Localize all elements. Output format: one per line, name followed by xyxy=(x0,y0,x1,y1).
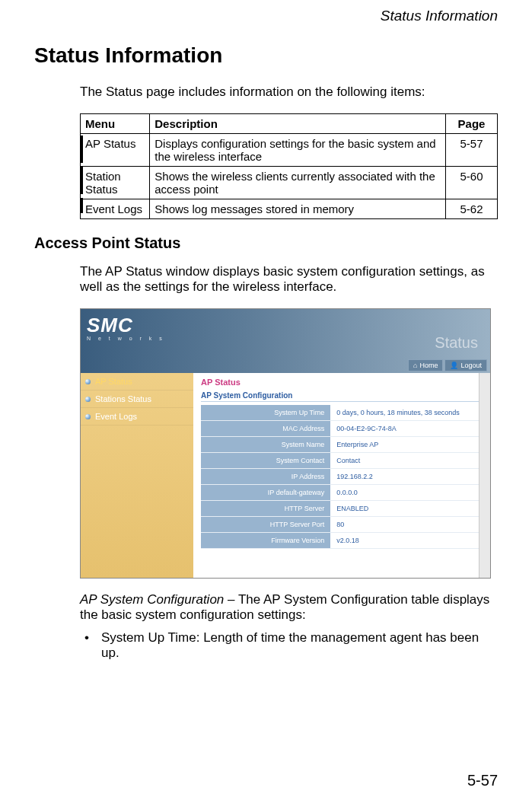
brand-subtext: N e t w o r k s xyxy=(87,336,484,341)
cfg-value: Contact xyxy=(330,453,483,469)
device-ui: SMC N e t w o r k s Status ⌂ Home 👤 Logo… xyxy=(80,308,491,579)
cfg-label: System Contact xyxy=(201,453,330,469)
banner-section-label: Status xyxy=(435,334,478,352)
cell-menu: Station Status xyxy=(81,167,150,199)
running-header: Status Information xyxy=(34,8,498,24)
cell-page: 5-57 xyxy=(446,134,498,167)
col-page: Page xyxy=(446,114,498,134)
cfg-value: v2.0.18 xyxy=(330,533,483,549)
cfg-label: System Up Time xyxy=(201,405,330,421)
sidebar-item-stations-status[interactable]: Stations Status xyxy=(81,391,193,408)
table-row: System NameEnterprise AP xyxy=(201,437,483,453)
cfg-label: HTTP Server xyxy=(201,501,330,517)
brand-logo: SMC xyxy=(87,314,484,337)
change-bar xyxy=(80,198,83,213)
cell-menu: Event Logs xyxy=(81,199,150,219)
cell-desc: Shows log messages stored in memory xyxy=(150,199,446,219)
cfg-label: MAC Address xyxy=(201,421,330,437)
home-icon: ⌂ xyxy=(413,362,417,369)
title-word: Status xyxy=(215,378,241,387)
cfg-label: IP default-gateway xyxy=(201,485,330,501)
cfg-value: 192.168.2.2 xyxy=(330,469,483,485)
table-row: Firmware Versionv2.0.18 xyxy=(201,533,483,549)
table-row: System Up Time0 days, 0 hours, 18 minute… xyxy=(201,405,483,421)
caption-term: AP System Configuration xyxy=(80,592,224,607)
ui-body: AP Status Stations Status Event Logs xyxy=(81,373,490,578)
table-header-row: Menu Description Page xyxy=(81,114,498,134)
cfg-value: 0.0.0.0 xyxy=(330,485,483,501)
ui-section-title: AP System Configuration xyxy=(201,390,483,402)
cell-page: 5-60 xyxy=(446,167,498,199)
cfg-label: System Name xyxy=(201,437,330,453)
logout-label: Logout xyxy=(460,362,482,369)
list-item: System Up Time: Length of time the manag… xyxy=(80,630,498,661)
title-prefix: AP xyxy=(201,378,215,387)
sidebar-item-ap-status[interactable]: AP Status xyxy=(81,373,193,391)
cfg-label: HTTP Server Port xyxy=(201,517,330,533)
sidebar-item-event-logs[interactable]: Event Logs xyxy=(81,408,193,426)
cell-desc: Displays configuration settings for the … xyxy=(150,134,446,167)
cell-menu: AP Status xyxy=(81,134,150,167)
cfg-label: IP Address xyxy=(201,469,330,485)
sidebar: AP Status Stations Status Event Logs xyxy=(81,373,193,578)
table-row: IP Address192.168.2.2 xyxy=(201,469,483,485)
change-bar xyxy=(80,135,83,163)
cell-desc: Shows the wireless clients currently ass… xyxy=(150,167,446,199)
change-bar xyxy=(80,167,83,194)
cfg-value: 0 days, 0 hours, 18 minutes, 38 seconds xyxy=(330,405,483,421)
ui-banner: SMC N e t w o r k s Status ⌂ Home 👤 Logo… xyxy=(81,309,490,373)
cfg-value: 00-04-E2-9C-74-8A xyxy=(330,421,483,437)
user-icon: 👤 xyxy=(450,362,458,369)
table-row: IP default-gateway0.0.0.0 xyxy=(201,485,483,501)
table-row: HTTP Server Port80 xyxy=(201,517,483,533)
screenshot: SMC N e t w o r k s Status ⌂ Home 👤 Logo… xyxy=(80,308,498,579)
intro-text: The Status page includes information on … xyxy=(80,84,498,100)
bullet-list: System Up Time: Length of time the manag… xyxy=(80,630,498,661)
cfg-value: 80 xyxy=(330,517,483,533)
config-table: System Up Time0 days, 0 hours, 18 minute… xyxy=(201,405,483,549)
bullet-icon xyxy=(85,414,91,419)
ui-main: AP Status AP System Configuration System… xyxy=(193,373,490,578)
scrollbar[interactable] xyxy=(479,373,490,578)
table-row: MAC Address00-04-E2-9C-74-8A xyxy=(201,421,483,437)
page-title: Status Information xyxy=(34,43,498,68)
col-description: Description xyxy=(150,114,446,134)
subsection-intro: The AP Status window displays basic syst… xyxy=(80,264,498,295)
ui-main-title: AP Status xyxy=(201,378,483,387)
bullet-icon xyxy=(85,379,91,384)
sidebar-item-label: Stations Status xyxy=(95,394,151,403)
cfg-value: Enterprise AP xyxy=(330,437,483,453)
home-button[interactable]: ⌂ Home xyxy=(408,359,443,371)
bullet-icon xyxy=(85,397,91,402)
table-row: System ContactContact xyxy=(201,453,483,469)
table-row: AP Status Displays configuration setting… xyxy=(81,134,498,167)
table-row: Event Logs Shows log messages stored in … xyxy=(81,199,498,219)
table-row: Station Status Shows the wireless client… xyxy=(81,167,498,199)
sidebar-item-label: Event Logs xyxy=(95,412,137,421)
col-menu: Menu xyxy=(81,114,150,134)
cfg-label: Firmware Version xyxy=(201,533,330,549)
home-label: Home xyxy=(419,362,438,369)
menu-description-table: Menu Description Page AP Status Displays… xyxy=(80,113,498,219)
page-number: 5-57 xyxy=(467,772,498,789)
cell-page: 5-62 xyxy=(446,199,498,219)
logout-button[interactable]: 👤 Logout xyxy=(444,359,487,371)
subsection-title: Access Point Status xyxy=(34,234,498,252)
sidebar-item-label: AP Status xyxy=(95,377,132,386)
table-row: HTTP ServerENABLED xyxy=(201,501,483,517)
caption-paragraph: AP System Configuration – The AP System … xyxy=(80,592,498,623)
cfg-value: ENABLED xyxy=(330,501,483,517)
